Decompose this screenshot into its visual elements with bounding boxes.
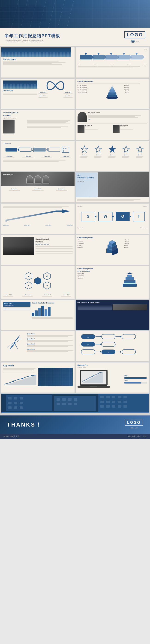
stat2-fill (124, 382, 141, 384)
s5r-l7 (27, 127, 61, 128)
s7t1 (3, 160, 66, 160)
main-title: 半年工作汇报总结PPT模板 (4, 33, 60, 39)
svg-rect-143 (100, 396, 104, 398)
svg-text:A: A (87, 336, 89, 338)
slide14-cubes (101, 239, 124, 256)
slide1-building (1, 48, 71, 57)
slide10-photo: Our Portfolio Company iness (76, 172, 149, 197)
svg-point-112 (22, 378, 23, 379)
profile-divider (78, 123, 147, 124)
svg-text:B: B (87, 344, 89, 346)
s15t2 (22, 296, 33, 296)
svg-rect-156 (118, 405, 121, 408)
stat2: 75% (124, 380, 147, 384)
stat1-bar (124, 377, 147, 379)
profile1-text: Mrs. Jenifer Andrea CéoFounder f t in (88, 112, 147, 122)
star3-icon (108, 145, 116, 153)
swot-threats-label: Threats (143, 206, 147, 207)
s16-i3: ● Teamwork (78, 276, 112, 278)
bar1 (32, 313, 34, 316)
slide12-header: Strengths Threats (78, 206, 147, 207)
logo-area: LOGO 创花 (124, 31, 146, 44)
s8t1 (80, 156, 88, 156)
bar5 (44, 309, 47, 316)
s8t8 (122, 157, 129, 158)
slide18-photo (113, 304, 147, 310)
svg-rect-144 (106, 396, 110, 398)
s19-q2-t (27, 340, 72, 341)
slide4-sub4: ● Small text item 4 (78, 90, 100, 92)
s8l2: Quarter 2 (94, 154, 102, 158)
svg-rect-37 (20, 148, 31, 152)
slide13-link: LMA: Add description here (35, 244, 73, 245)
slide9-photo: Team Work. (1, 172, 75, 186)
svg-point-62 (112, 216, 114, 217)
s18l4 (78, 308, 112, 308)
slide12-swot: S W O T (78, 207, 147, 226)
svg-rect-133 (14, 406, 17, 409)
s10l1 (77, 199, 141, 200)
svg-text:⚙: ⚙ (46, 275, 48, 278)
slide13-photo (3, 237, 34, 255)
swot-strengths-label: Strengths (78, 206, 82, 207)
svg-rect-132 (8, 406, 11, 409)
slide8-labels: Quarter 1 Quarter 2 Quarter 3 Quarter 4 (78, 154, 147, 158)
s9t2 (32, 190, 44, 190)
s8l5: Quarter 5 (136, 154, 144, 158)
stat1-fill (124, 377, 147, 379)
svg-point-34 (112, 86, 113, 88)
s21l2 (3, 370, 34, 370)
slide13-title: Special Lastest (35, 238, 73, 240)
s14-item4: ● Service (78, 245, 100, 246)
slide16-list: ● Fast Track ● Hard Work ● Teamwork ● De… (78, 272, 112, 288)
slide3-building (3, 80, 37, 88)
slide4-sub5: ● Small text item 5 (78, 92, 100, 94)
slide3-left: Our services. (3, 80, 37, 98)
s8t5 (108, 156, 116, 156)
svg-marker-38 (32, 148, 34, 152)
slide6-profile3: Mr. Tony Dres CéoFounder (113, 125, 147, 133)
slide4-content: ● Small text item 1 ● Small text item 2 … (78, 85, 147, 101)
slide15-labels: Quarter Title 1 Quarter Title 2 Quarter … (3, 294, 73, 297)
approach-chart-svg (3, 374, 37, 386)
slide18-left (78, 304, 112, 310)
s15t4 (61, 296, 71, 296)
slide1-line4 (3, 64, 62, 65)
slide-21: Approach (1, 362, 75, 392)
slide-7: Lorem ipsum Quarter Title 1 (1, 141, 75, 171)
slide16-blocks (113, 272, 147, 288)
s8l3: Quarter 3 (108, 154, 116, 158)
svg-marker-40 (46, 148, 48, 152)
s15t1 (3, 296, 13, 296)
s19-q4-t (27, 350, 72, 351)
slide3-quarters: Quarter Title 1 Quarter Title 2 (38, 92, 73, 94)
svg-marker-48 (109, 146, 116, 152)
s5r-l2 (27, 121, 68, 122)
s14-item2: ● Analysis (78, 241, 100, 242)
s11-desc (3, 206, 69, 206)
s14-item8: ● Item H (124, 243, 147, 244)
s19-q4: Quarter Title 4 (27, 348, 72, 352)
s8t2 (80, 157, 87, 158)
slide5-title: Something About (3, 112, 73, 114)
slide4-right2: ● Item A ● Item B ● Item C ● Item D ● It… (124, 85, 147, 101)
slide21-title: Approach (3, 364, 73, 367)
svg-marker-87 (126, 272, 133, 274)
slide10-img (98, 172, 149, 197)
s19-q2-t2 (27, 341, 68, 342)
svg-marker-50 (137, 146, 143, 152)
svg-text:T: T (138, 214, 140, 218)
s5r-l5 (27, 125, 63, 126)
svg-rect-83 (124, 280, 136, 283)
slide-row-7: Special Lastest Portfolio. LMA: Add desc… (1, 235, 149, 265)
svg-point-23 (123, 53, 125, 54)
twitter-icon: t (88, 118, 89, 120)
thanks-brand-name: 创花 (135, 427, 138, 429)
s19-q3-t2 (27, 346, 68, 347)
svg-point-24 (136, 53, 137, 54)
svg-marker-47 (95, 146, 102, 152)
pinwheel-svg (5, 334, 24, 352)
slide21-content (3, 368, 73, 386)
slide-15: ★ ⚙ ♦ ✦ Quarter Title 1 Quarter Title 2 … (1, 266, 75, 299)
slide-8: Quarter 1 Quarter 2 Quarter 3 Quarter 4 (76, 141, 149, 171)
